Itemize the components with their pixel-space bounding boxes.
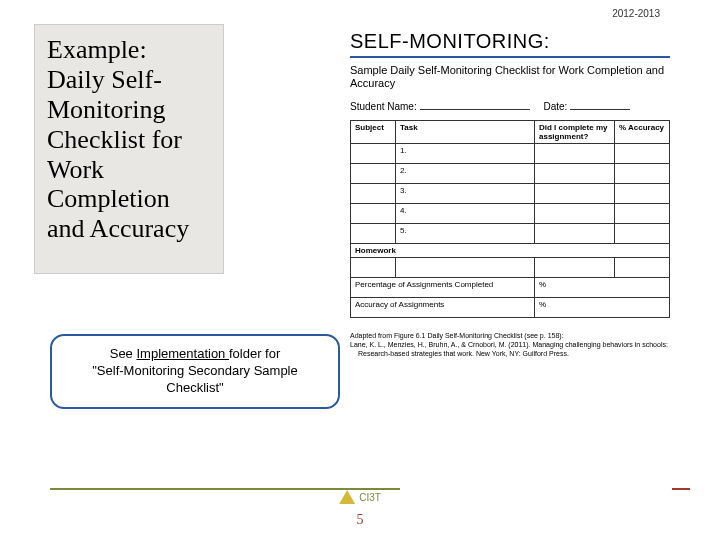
col-did: Did I complete my assignment? [535, 121, 615, 144]
page-number: 5 [357, 512, 364, 528]
student-line [420, 100, 530, 110]
table-header-row: Subject Task Did I complete my assignmen… [351, 121, 670, 144]
example-title-box: Example: Daily Self-Monitoring Checklist… [34, 24, 224, 274]
checklist-table: Subject Task Did I complete my assignmen… [350, 120, 670, 318]
triangle-icon [339, 490, 355, 504]
slide-root: 2012-2013 Example: Daily Self-Monitoring… [0, 0, 720, 540]
example-label: Example: [47, 35, 211, 65]
doc-heading-rule [350, 56, 670, 58]
summary-unit: % [535, 278, 670, 298]
row-num: 1. [396, 144, 535, 164]
col-accuracy: % Accuracy [615, 121, 670, 144]
table-row: 1. [351, 144, 670, 164]
summary-accuracy-row: Accuracy of Assignments % [351, 298, 670, 318]
row-num: 4. [396, 204, 535, 224]
row-num: 2. [396, 164, 535, 184]
col-subject: Subject [351, 121, 396, 144]
table-row: 3. [351, 184, 670, 204]
adapted-from: Adapted from Figure 6.1 Daily Self-Monit… [350, 332, 670, 358]
student-label: Student Name: [350, 101, 417, 112]
row-num: 5. [396, 224, 535, 244]
summary-completed-label: Percentage of Assignments Completed [351, 278, 535, 298]
summary-completed-row: Percentage of Assignments Completed % [351, 278, 670, 298]
note-quoted: "Self-Monitoring Secondary Sample Checkl… [92, 363, 298, 395]
header-date: 2012-2013 [612, 8, 660, 19]
col-task: Task [396, 121, 535, 144]
summary-accuracy-label: Accuracy of Assignments [351, 298, 535, 318]
checklist-document: SELF-MONITORING: Sample Daily Self-Monit… [350, 30, 670, 359]
footer-rule-right [672, 488, 690, 490]
table-row: 5. [351, 224, 670, 244]
table-row [351, 258, 670, 278]
date-label: Date: [544, 101, 568, 112]
adapted-line3: Research-based strategies that work. New… [350, 350, 670, 359]
homework-row: Homework [351, 244, 670, 258]
note-underlined: Implementation [136, 346, 229, 361]
adapted-line1: Adapted from Figure 6.1 Daily Self-Monit… [350, 332, 564, 339]
doc-subtitle: Sample Daily Self-Monitoring Checklist f… [350, 64, 670, 90]
footer-logo-text: CI3T [359, 492, 381, 503]
row-num: 3. [396, 184, 535, 204]
table-row: 4. [351, 204, 670, 224]
doc-heading: SELF-MONITORING: [350, 30, 670, 53]
adapted-line2: Lane, K. L., Menzies, H., Bruhn, A., & C… [350, 341, 668, 348]
example-body: Daily Self-Monitoring Checklist for Work… [47, 65, 211, 244]
svg-marker-0 [339, 490, 355, 504]
summary-unit: % [535, 298, 670, 318]
implementation-note: See Implementation folder for "Self-Moni… [50, 334, 340, 409]
date-line [570, 100, 630, 110]
note-mid: folder for [229, 346, 280, 361]
footer-logo: CI3T [339, 490, 381, 504]
field-row: Student Name: Date: [350, 100, 670, 112]
table-row: 2. [351, 164, 670, 184]
note-prefix: See [110, 346, 137, 361]
